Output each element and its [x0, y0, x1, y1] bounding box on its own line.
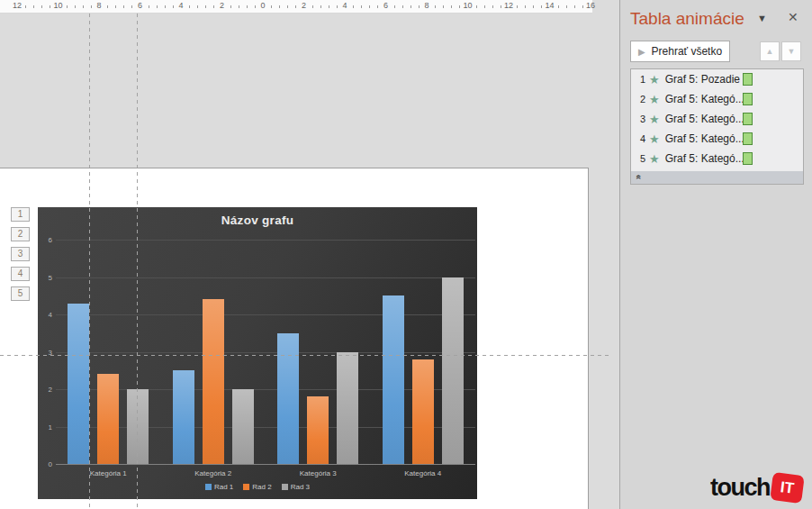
ruler-tick	[361, 5, 362, 8]
animation-pane: Tabla animácie ▼ ✕ ▶ Prehrať všetko ▲ ▼ …	[619, 0, 812, 509]
ruler-tick	[295, 5, 296, 8]
gridline	[56, 352, 475, 353]
ruler-tick	[247, 5, 248, 8]
ruler-tick	[91, 5, 92, 8]
editing-canvas: 12345 Názov grafu 0123456Kategória 1Kate…	[0, 14, 619, 509]
ruler-label: 14	[545, 1, 554, 10]
legend-item[interactable]: Rad 2	[243, 483, 271, 491]
animation-tag-2[interactable]: 2	[11, 227, 30, 241]
ruler-tick	[492, 5, 493, 8]
close-icon[interactable]: ✕	[788, 10, 798, 24]
ruler-tick	[558, 5, 559, 8]
timeline-bar[interactable]	[743, 113, 753, 125]
ruler-label: 8	[96, 1, 101, 10]
animation-item-number: 5	[631, 153, 645, 164]
ruler-tick	[279, 5, 280, 8]
bar-rad1-cat2[interactable]	[173, 370, 194, 464]
legend-item[interactable]: Rad 1	[205, 483, 233, 491]
y-axis-label: 1	[38, 423, 52, 432]
bar-rad3-cat4[interactable]	[442, 277, 464, 465]
ruler-tick	[197, 5, 198, 8]
animation-item-5[interactable]: 5★Graf 5: Kategó...	[631, 149, 803, 168]
timeline-bar[interactable]	[743, 152, 753, 165]
ruler-tick	[402, 5, 403, 8]
bar-rad1-cat1[interactable]	[68, 304, 89, 464]
logo-text: touch	[710, 474, 770, 502]
x-axis-line	[56, 464, 475, 465]
animation-tag-4[interactable]: 4	[11, 267, 30, 281]
play-icon: ▶	[638, 47, 645, 57]
ruler-tick	[50, 5, 50, 8]
bar-rad2-cat3[interactable]	[307, 396, 329, 464]
horizontal-ruler[interactable]: 121086420246810121416	[0, 0, 592, 14]
animation-item-label: Graf 5: Kategó...	[665, 113, 744, 125]
ruler-tick	[33, 5, 34, 8]
bar-rad3-cat1[interactable]	[127, 389, 149, 464]
move-later-button[interactable]: ▼	[781, 41, 801, 61]
y-axis-label: 2	[38, 386, 52, 394]
animation-item-3[interactable]: 3★Graf 5: Kategó...	[631, 109, 803, 129]
vertical-guide[interactable]	[89, 14, 90, 509]
chevron-down-icon[interactable]: ▼	[757, 13, 767, 23]
horizontal-guide[interactable]	[0, 355, 609, 356]
chart-legend[interactable]: Rad 1Rad 2Rad 3	[38, 483, 477, 491]
entrance-star-icon: ★	[649, 113, 660, 126]
timeline-bar[interactable]	[743, 73, 753, 86]
ruler-tick	[41, 5, 42, 8]
ruler-tick	[75, 5, 76, 8]
ruler-label: 6	[138, 1, 142, 10]
play-all-label: Prehrať všetko	[652, 45, 723, 58]
logo-badge: IT	[770, 472, 805, 504]
y-axis-label: 0	[38, 460, 52, 468]
bar-rad2-cat4[interactable]	[412, 359, 434, 464]
ruler-tick	[459, 5, 460, 8]
ruler-tick	[255, 5, 256, 8]
ruler-label: 6	[383, 1, 388, 10]
animation-item-number: 4	[631, 133, 645, 144]
ruler-label: 2	[220, 1, 224, 10]
entrance-star-icon: ★	[649, 152, 660, 166]
animation-item-label: Graf 5: Pozadie	[665, 73, 740, 86]
ruler-tick	[394, 5, 395, 8]
ruler-tick	[451, 5, 452, 8]
legend-label: Rad 1	[214, 483, 233, 491]
animation-item-1[interactable]: 1★Graf 5: Pozadie	[631, 69, 803, 89]
ruler-tick	[484, 5, 485, 8]
bar-rad2-cat2[interactable]	[203, 299, 224, 464]
animation-tag-1[interactable]: 1	[11, 207, 30, 222]
timeline-bar[interactable]	[743, 132, 753, 145]
ruler-tick	[566, 5, 567, 8]
animation-tag-5[interactable]: 5	[11, 286, 30, 301]
ruler-label: 0	[260, 1, 265, 10]
ruler-tick	[157, 5, 158, 8]
legend-swatch	[243, 484, 249, 490]
legend-label: Rad 2	[252, 483, 271, 491]
ruler-tick	[369, 5, 370, 8]
bar-rad3-cat3[interactable]	[337, 352, 358, 465]
collapse-list-row[interactable]: «	[631, 171, 803, 184]
animation-item-number: 2	[631, 94, 645, 105]
bar-rad1-cat4[interactable]	[383, 295, 404, 464]
ruler-tick	[312, 5, 313, 8]
move-earlier-button[interactable]: ▲	[760, 41, 780, 61]
animation-item-2[interactable]: 2★Graf 5: Kategó...	[631, 89, 803, 109]
ruler-label: 10	[463, 1, 472, 10]
ruler-tick	[239, 5, 239, 8]
legend-item[interactable]: Rad 3	[282, 483, 310, 491]
vertical-guide[interactable]	[137, 14, 138, 509]
bar-rad3-cat2[interactable]	[232, 389, 254, 464]
animation-item-number: 3	[631, 114, 645, 124]
chart-title[interactable]: Názov grafu	[38, 214, 477, 227]
bar-rad1-cat3[interactable]	[277, 333, 299, 464]
timeline-bar[interactable]	[743, 93, 753, 105]
chart[interactable]: Názov grafu 0123456Kategória 1Kategória …	[38, 207, 477, 499]
ruler-tick	[205, 5, 206, 8]
animation-item-number: 1	[631, 74, 645, 85]
bar-rad2-cat1[interactable]	[97, 374, 119, 464]
animation-item-4[interactable]: 4★Graf 5: Kategó...	[631, 129, 803, 149]
ruler-tick	[25, 5, 26, 8]
category-label: Kategória 3	[266, 469, 371, 477]
animation-tag-3[interactable]: 3	[11, 247, 30, 261]
ruler-tick	[443, 5, 444, 8]
play-all-button[interactable]: ▶ Prehrať všetko	[630, 41, 730, 62]
